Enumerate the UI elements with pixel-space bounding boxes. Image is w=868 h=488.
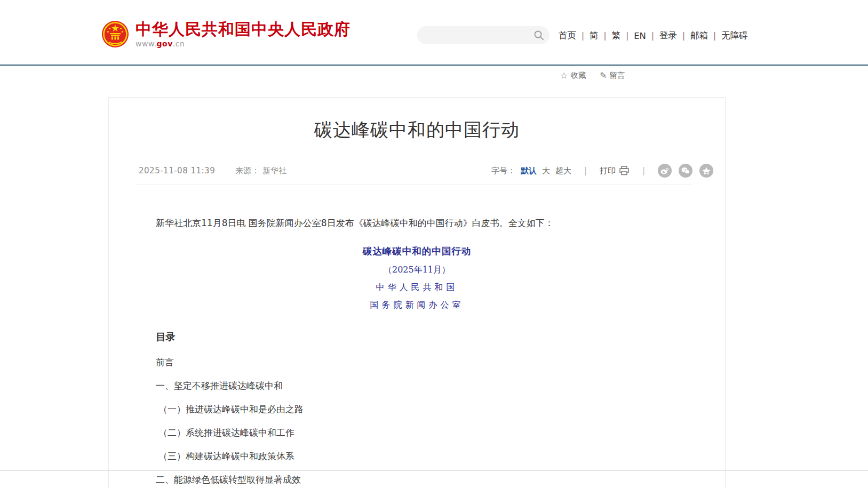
toc-item: （二）系统推进碳达峰碳中和工作 [156,428,678,437]
star-icon: ☆ [560,70,568,81]
nav-separator: | [582,31,584,41]
share-icons [658,164,713,178]
article-meta-row: 2025-11-08 11:39 来源： 新华社 字号： 默认 大 超大 | 打… [139,164,713,178]
printer-icon [619,166,630,175]
url-cn: .cn [173,39,185,48]
toolbar-separator: | [642,166,645,175]
document-author-line1: 中华人民共和国 [156,282,678,293]
article-toolbar: 字号： 默认 大 超大 | 打印 | [491,164,713,178]
publish-date: 2025-11-08 11:39 [139,166,215,175]
favorite-button[interactable]: ☆ 收藏 [560,70,586,81]
nav-item-home[interactable]: 首页 [558,30,577,42]
toc-item: 二、能源绿色低碳转型取得显著成效 [156,475,678,484]
document-date: （2025年11月） [156,265,678,276]
nav-separator: | [713,31,716,41]
article-body: 新华社北京11月8日电 国务院新闻办公室8日发布《碳达峰碳中和的中国行动》白皮书… [109,216,725,488]
message-button[interactable]: ✎ 留言 [600,70,625,81]
nav-separator: | [682,31,685,41]
nav-separator: | [626,31,628,41]
site-logo-link[interactable]: 中华人民共和国中央人民政府 www.gov.cn [101,20,351,48]
search-box [417,26,550,44]
nav-item-mail[interactable]: 邮箱 [689,30,709,42]
nav-item-login[interactable]: 登录 [658,30,678,42]
document-title: 碳达峰碳中和的中国行动 [156,245,678,258]
site-title: 中华人民共和国中央人民政府 [136,21,351,38]
nav-item-accessibility[interactable]: 无障碍 [720,30,749,42]
favorite-label: 收藏 [570,70,586,81]
search-icon[interactable] [533,30,544,41]
national-emblem-icon [101,20,129,48]
page: 中华人民共和国中央人民政府 www.gov.cn 首页 | 简 | 繁 | EN… [0,0,868,488]
nav-separator: | [651,31,654,41]
source-value[interactable]: 新华社 [262,166,286,176]
pencil-icon: ✎ [600,70,607,81]
header-divider-bar [0,65,868,66]
nav-item-english[interactable]: EN [633,31,647,41]
nav-separator: | [604,31,607,41]
toc-list: 前言一、坚定不移推进碳达峰碳中和（一）推进碳达峰碳中和是必由之路（二）系统推进碳… [156,357,678,488]
toolbar-separator: | [584,166,587,175]
document-author-line2: 国务院新闻办公室 [156,300,678,311]
nav-item-traditional[interactable]: 繁 [611,30,622,42]
site-url: www.gov.cn [136,39,351,48]
top-nav: 首页 | 简 | 繁 | EN | 登录 | 邮箱 | 无障碍 [558,30,749,42]
message-label: 留言 [610,70,625,81]
lead-paragraph: 新华社北京11月8日电 国务院新闻办公室8日发布《碳达峰碳中和的中国行动》白皮书… [156,216,678,230]
toc-item: 一、坚定不移推进碳达峰碳中和 [156,381,678,390]
article-meta: 2025-11-08 11:39 来源： 新华社 [139,166,286,176]
toc-item: 前言 [156,357,678,367]
toc-item: （三）构建碳达峰碳中和政策体系 [156,451,678,461]
page-actions: ☆ 收藏 ✎ 留言 [560,70,625,81]
qzone-icon[interactable] [699,164,713,178]
article-title: 碳达峰碳中和的中国行动 [109,118,725,142]
wechat-icon[interactable] [679,164,692,178]
nav-item-simplified[interactable]: 简 [588,30,600,42]
font-size-label: 字号： [491,166,515,176]
document-heading: 碳达峰碳中和的中国行动 （2025年11月） 中华人民共和国 国务院新闻办公室 [156,245,678,311]
search-input[interactable] [426,26,527,44]
logo-text: 中华人民共和国中央人民政府 www.gov.cn [136,21,351,48]
viewport-bottom-divider [0,470,868,471]
url-gov: gov [157,39,173,48]
site-header: 中华人民共和国中央人民政府 www.gov.cn 首页 | 简 | 繁 | EN… [0,0,868,65]
print-label: 打印 [600,166,616,176]
meta-divider [136,185,692,185]
toc-item: （一）推进碳达峰碳中和是必由之路 [156,404,678,414]
font-size-default-button[interactable]: 默认 [521,166,537,176]
article-card: 碳达峰碳中和的中国行动 2025-11-08 11:39 来源： 新华社 字号：… [108,97,726,488]
font-size-xlarge-button[interactable]: 超大 [555,166,571,176]
toc-heading: 目录 [156,330,678,343]
source-label: 来源： [235,166,259,176]
url-www: www. [136,39,157,48]
font-size-large-button[interactable]: 大 [542,166,550,176]
print-button[interactable]: 打印 [600,166,630,176]
weibo-icon[interactable] [658,164,672,178]
